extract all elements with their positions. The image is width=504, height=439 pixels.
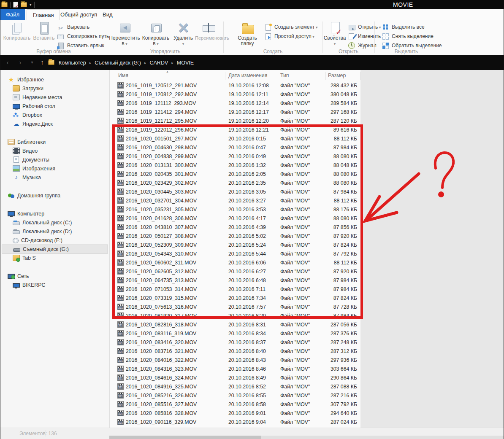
column-header-date[interactable]: Дата изменения	[228, 73, 267, 78]
forward-button[interactable]: ›	[16, 58, 25, 67]
recent-locations-button[interactable]: ▾	[27, 58, 37, 67]
table-row[interactable]: 2016_1020_064735_313.MOV20.10.2016 6:48Ф…	[110, 276, 360, 285]
sidebar-section[interactable]: Сеть	[0, 272, 109, 280]
sidebar-item[interactable]: Изображения	[0, 164, 109, 173]
table-row[interactable]: 2016_1020_060602_311.MOV20.10.2016 6:06Ф…	[110, 258, 360, 267]
divider[interactable]	[225, 72, 225, 80]
sidebar-item[interactable]: Локальный диск (C:)	[0, 218, 109, 227]
sidebar-item[interactable]: BIKERPC	[0, 280, 109, 289]
breadcrumb-item[interactable]: Компьютер	[59, 60, 86, 66]
table-row[interactable]: 2016_1020_020435_301.MOV20.10.2016 2:05Ф…	[110, 170, 360, 178]
breadcrumb-item[interactable]: Съемный диск (G:)	[95, 60, 141, 66]
table-row[interactable]: 2016_1020_041628_306.MOV20.10.2016 4:17Ф…	[110, 214, 360, 223]
sidebar-item[interactable]: CD-дисковод (F:)	[0, 236, 109, 245]
tab-view[interactable]: Вид	[97, 9, 119, 20]
content-area: ИзбранноеЗагрузкиНедавние местаРабочий с…	[0, 70, 504, 428]
new-item-button[interactable]: Создать элемент	[264, 22, 318, 32]
copy-path-button[interactable]: Скопировать путь	[57, 32, 109, 41]
qat-new-folder-icon[interactable]	[21, 2, 27, 7]
table-row[interactable]: 2016_1020_030445_303.MOV20.10.2016 3:05Ф…	[110, 187, 360, 196]
easy-access-button[interactable]: Простой доступ	[264, 32, 318, 41]
sidebar-section[interactable]: Компьютер	[0, 209, 109, 218]
breadcrumb-item[interactable]: CARDV	[149, 60, 168, 66]
table-row[interactable]: 2016_1020_004838_299.MOV20.10.2016 0:49Ф…	[110, 152, 360, 161]
table-row[interactable]: 2016_1020_085216_326.MOV20.10.2016 8:55Ф…	[110, 391, 360, 400]
table-row[interactable]: 2016_1019_121712_295.MOV19.10.2016 12:20…	[110, 116, 360, 125]
table-row[interactable]: 2016_1020_023429_302.MOV20.10.2016 2:35Ф…	[110, 178, 360, 187]
table-row[interactable]: 2016_1019_122012_296.MOV19.10.2016 12:21…	[110, 125, 360, 134]
table-row[interactable]: 2016_1020_052309_309.MOV20.10.2016 5:24Ф…	[110, 240, 360, 249]
sidebar-section[interactable]: Домашняя группа	[0, 191, 109, 200]
tab-file[interactable]: Файл	[0, 9, 25, 20]
table-row[interactable]: 2016_1019_121112_293.MOV19.10.2016 12:14…	[110, 99, 360, 108]
qat-customize-chevron-icon[interactable]: ▾	[30, 1, 32, 8]
table-row[interactable]: 2016_1020_043810_307.MOV20.10.2016 4:39Ф…	[110, 223, 360, 232]
table-row[interactable]: 2016_1020_013131_300.MOV20.10.2016 1:32Ф…	[110, 161, 360, 170]
tab-share[interactable]: Общий доступ	[54, 9, 103, 20]
horizontal-scrollbar[interactable]	[109, 436, 504, 439]
table-row[interactable]: 2016_1020_084916_325.MOV20.10.2016 8:52Ф…	[110, 382, 360, 391]
sidebar-item[interactable]: Tab S	[0, 253, 109, 262]
table-row[interactable]: 2016_1020_090116_329.MOV20.10.2016 9:04Ф…	[110, 417, 360, 426]
table-row[interactable]: 2016_1019_120812_292.MOV19.10.2016 12:11…	[110, 90, 360, 99]
column-header-size[interactable]: Размер	[328, 73, 346, 78]
delete-button[interactable]: Удалить	[171, 21, 195, 47]
paste-button[interactable]: Вставить	[33, 21, 55, 41]
table-row[interactable]: 2016_1020_075613_316.MOV20.10.2016 7:57Ф…	[110, 302, 360, 311]
sidebar-section[interactable]: Библиотеки	[0, 137, 109, 146]
sidebar-item[interactable]: Съемный диск (G:)	[2, 245, 108, 253]
mov-file-icon	[117, 259, 124, 266]
rename-button[interactable]: Переименовать	[195, 21, 222, 41]
select-none-button[interactable]: Снять выделение	[382, 32, 442, 41]
qat-properties-icon[interactable]	[13, 2, 18, 8]
sidebar-section[interactable]: Избранное	[0, 75, 109, 84]
sidebar-item[interactable]: Недавние места	[0, 93, 109, 102]
divider[interactable]	[325, 72, 326, 80]
sidebar-item[interactable]: Документы	[0, 155, 109, 164]
table-row[interactable]: 2016_1019_120512_291.MOV19.10.2016 12:08…	[110, 81, 360, 90]
table-row[interactable]: 2016_1020_050127_308.MOV20.10.2016 5:02Ф…	[110, 232, 360, 240]
properties-button[interactable]: Свойства	[322, 21, 347, 47]
table-row[interactable]: 2016_1020_001501_297.MOV20.10.2016 0:15Ф…	[110, 134, 360, 143]
table-row[interactable]: 2016_1020_071053_314.MOV20.10.2016 7:11Ф…	[110, 285, 360, 294]
copy-to-button[interactable]: Копировать в	[141, 21, 171, 47]
sidebar-item[interactable]: Dropbox	[0, 110, 109, 119]
sidebar-item[interactable]: Видео	[0, 146, 109, 155]
up-button[interactable]: ↑	[38, 58, 47, 67]
table-row[interactable]: 2016_1020_085816_328.MOV20.10.2016 9:01Ф…	[110, 409, 360, 417]
column-header-name[interactable]: Имя	[118, 73, 128, 78]
cut-button[interactable]: Вырезать	[57, 22, 109, 32]
sidebar-item[interactable]: Локальный диск (D:)	[0, 227, 109, 236]
sidebar-item[interactable]: Яндекс.Диск	[0, 119, 109, 128]
table-row[interactable]: 2016_1020_032701_304.MOV20.10.2016 3:27Ф…	[110, 196, 360, 205]
table-row[interactable]: 2016_1020_081920_317.MOV20.10.2016 8:20Ф…	[110, 311, 360, 320]
sidebar-item[interactable]: Рабочий стол	[0, 102, 109, 110]
items-count: Элементов: 136	[19, 431, 57, 436]
column-header-type[interactable]: Тип	[280, 73, 289, 78]
divider[interactable]	[360, 72, 360, 80]
sidebar-item[interactable]: Загрузки	[0, 84, 109, 93]
table-row[interactable]: 2016_1020_084316_323.MOV20.10.2016 8:46Ф…	[110, 364, 360, 373]
sidebar-item[interactable]: Музыка	[0, 173, 109, 182]
scrollbar-thumb[interactable]	[109, 436, 261, 439]
table-row[interactable]: 2016_1020_035231_305.MOV20.10.2016 3:53Ф…	[110, 205, 360, 214]
table-row[interactable]: 2016_1020_062605_312.MOV20.10.2016 6:27Ф…	[110, 267, 360, 276]
table-row[interactable]: 2016_1020_083716_321.MOV20.10.2016 8:40Ф…	[110, 347, 360, 356]
breadcrumb-item[interactable]: MOVIE	[177, 60, 194, 66]
copy-button[interactable]: Копировать	[2, 21, 32, 41]
table-row[interactable]: 2016_1020_084616_324.MOV20.10.2016 8:49Ф…	[110, 373, 360, 382]
move-to-button[interactable]: Переместить в	[109, 21, 140, 47]
select-all-button[interactable]: Выделить все	[382, 22, 442, 32]
back-button[interactable]: ‹	[3, 58, 12, 67]
divider[interactable]	[278, 72, 278, 80]
table-row[interactable]: 2016_1020_004630_298.MOV20.10.2016 0:47Ф…	[110, 143, 360, 152]
table-row[interactable]: 2016_1019_121412_294.MOV19.10.2016 12:17…	[110, 108, 360, 116]
table-row[interactable]: 2016_1020_054343_310.MOV20.10.2016 5:44Ф…	[110, 249, 360, 258]
table-row[interactable]: 2016_1020_083116_319.MOV20.10.2016 8:34Ф…	[110, 329, 360, 338]
table-row[interactable]: 2016_1020_085516_327.MOV20.10.2016 8:58Ф…	[110, 400, 360, 409]
new-folder-button[interactable]: Создать папку	[235, 21, 260, 46]
table-row[interactable]: 2016_1020_073319_315.MOV20.10.2016 7:34Ф…	[110, 294, 360, 302]
table-row[interactable]: 2016_1020_083416_320.MOV20.10.2016 8:37Ф…	[110, 338, 360, 347]
table-row[interactable]: 2016_1020_082816_318.MOV20.10.2016 8:31Ф…	[110, 320, 360, 329]
table-row[interactable]: 2016_1020_084016_322.MOV20.10.2016 8:43Ф…	[110, 356, 360, 364]
